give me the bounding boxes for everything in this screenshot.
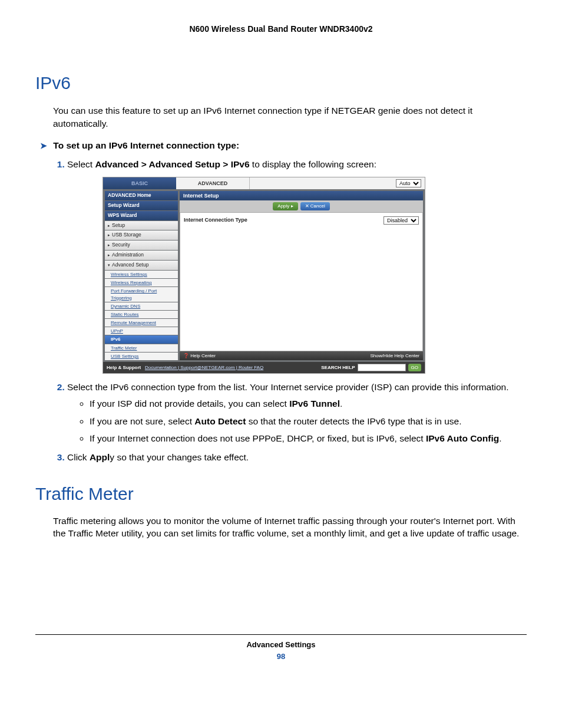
- step-2: Select the IPv6 connection type from the…: [67, 381, 527, 445]
- bullet-tunnel: If your ISP did not provide details, you…: [90, 397, 527, 410]
- section-heading-ipv6: IPv6: [35, 71, 527, 95]
- sidebar-item-usb[interactable]: USB Storage: [105, 230, 178, 240]
- language-select[interactable]: Auto: [396, 179, 421, 187]
- step-3: Click Apply so that your changes take ef…: [67, 451, 527, 464]
- search-help-label: SEARCH HELP: [321, 365, 355, 370]
- sidebar-sub-static[interactable]: Static Routes: [105, 311, 178, 318]
- row-label: Internet Connection Type: [184, 216, 247, 225]
- ipv6-intro: You can use this feature to set up an IP…: [53, 104, 527, 130]
- arrow-icon: ➤: [40, 140, 51, 152]
- panel-title: Internet Setup: [180, 191, 423, 201]
- section-heading-traffic: Traffic Meter: [35, 482, 527, 506]
- sidebar-item-wps[interactable]: WPS Wizard: [105, 211, 178, 220]
- sidebar-item-advsetup[interactable]: Advanced Setup: [105, 261, 178, 270]
- tab-basic[interactable]: BASIC: [103, 177, 176, 189]
- page-header-title: N600 Wireless Dual Band Router WNDR3400v…: [35, 24, 527, 35]
- bullet-autoconfig: If your Internet connection does not use…: [90, 432, 527, 445]
- sidebar-item-home[interactable]: ADVANCED Home: [105, 191, 178, 200]
- footer-section: Advanced Settings: [35, 640, 527, 650]
- traffic-body: Traffic metering allows you to monitor t…: [53, 515, 527, 540]
- connection-type-select[interactable]: Disabled: [384, 216, 419, 225]
- sidebar-sub-usbset[interactable]: USB Settings: [105, 353, 178, 360]
- sidebar-item-security[interactable]: Security: [105, 241, 178, 250]
- sidebar-sub-ipv6[interactable]: IPv6: [105, 335, 178, 343]
- sidebar-item-admin[interactable]: Administration: [105, 251, 178, 260]
- footer-rule: [35, 634, 527, 635]
- sidebar-item-wizard[interactable]: Setup Wizard: [105, 201, 178, 210]
- cancel-button[interactable]: ✕ Cancel: [300, 202, 330, 210]
- ipv6-subhead-text: To set up an IPv6 Internet connection ty…: [53, 140, 239, 150]
- footer-page: 98: [35, 651, 527, 662]
- sidebar-sub-remote[interactable]: Remote Management: [105, 319, 178, 327]
- step-1: Select Advanced > Advanced Setup > IPv6 …: [67, 158, 527, 374]
- sidebar-sub-repeating[interactable]: Wireless Repeating: [105, 279, 178, 286]
- sidebar-item-setup[interactable]: Setup: [105, 221, 178, 230]
- apply-button[interactable]: Apply ▸: [273, 202, 297, 210]
- ipv6-procedure-heading: ➤ To set up an IPv6 Internet connection …: [40, 139, 527, 152]
- bullet-autodetect: If you are not sure, select Auto Detect …: [90, 415, 527, 428]
- sidebar-sub-ddns[interactable]: Dynamic DNS: [105, 302, 178, 310]
- tab-advanced[interactable]: ADVANCED: [176, 177, 250, 189]
- sidebar-sub-portfwd[interactable]: Port Forwarding / Port Triggering: [105, 287, 178, 301]
- sidebar-sub-traffic[interactable]: Traffic Meter: [105, 344, 178, 352]
- search-input[interactable]: [358, 364, 406, 371]
- footer-help-label: Help & Support: [107, 365, 141, 370]
- sidebar: ADVANCED Home Setup Wizard WPS Wizard Se…: [105, 191, 178, 360]
- search-go-button[interactable]: GO: [408, 364, 421, 371]
- router-ui-screenshot: BASIC ADVANCED Auto ADVANCED Home Setup …: [103, 177, 425, 374]
- help-center-button[interactable]: ❓ Help Center: [183, 353, 216, 359]
- sidebar-sub-wireless[interactable]: Wireless Settings: [105, 271, 178, 278]
- help-toggle[interactable]: Show/Hide Help Center: [370, 353, 419, 359]
- footer-links[interactable]: Documentation | Support@NETGEAR.com | Ro…: [145, 365, 263, 370]
- sidebar-sub-upnp[interactable]: UPnP: [105, 327, 178, 335]
